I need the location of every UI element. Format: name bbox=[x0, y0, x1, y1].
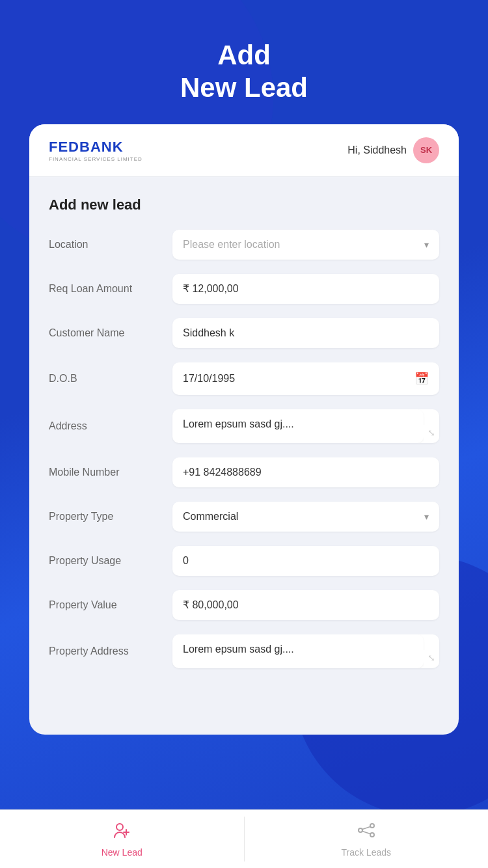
share-network-icon bbox=[357, 821, 376, 845]
label-location: Location bbox=[49, 239, 166, 251]
label-mobile: Mobile Number bbox=[49, 467, 166, 478]
field-address: Address Lorem epsum sasd gj.... ⤡ bbox=[49, 409, 439, 443]
nav-item-new-lead[interactable]: New Lead bbox=[0, 810, 244, 868]
svg-point-5 bbox=[370, 833, 374, 837]
track-leads-label: Track Leads bbox=[341, 847, 391, 858]
field-dob: D.O.B 17/10/1995 📅 bbox=[49, 362, 439, 395]
field-property-type: Property Type Commercial ▾ bbox=[49, 502, 439, 532]
hi-text: Hi, Siddhesh bbox=[347, 144, 407, 156]
dob-value: 17/10/1995 bbox=[183, 373, 235, 385]
svg-point-0 bbox=[116, 824, 123, 830]
dob-input[interactable]: 17/10/1995 📅 bbox=[172, 362, 439, 395]
field-property-usage: Property Usage bbox=[49, 546, 439, 576]
property-usage-input[interactable] bbox=[172, 546, 439, 576]
customer-name-input[interactable] bbox=[172, 318, 439, 348]
svg-line-7 bbox=[362, 832, 370, 834]
new-lead-label: New Lead bbox=[102, 847, 142, 858]
field-mobile: Mobile Number bbox=[49, 457, 439, 487]
page-header: AddNew Lead bbox=[0, 0, 488, 124]
logo-text: FEDBANK bbox=[49, 139, 142, 156]
field-property-address: Property Address Lorem epsum sasd gj....… bbox=[49, 634, 439, 668]
label-property-usage: Property Usage bbox=[49, 555, 166, 567]
resize-icon: ⤡ bbox=[424, 425, 439, 441]
label-property-address: Property Address bbox=[49, 645, 166, 657]
svg-line-6 bbox=[362, 827, 370, 830]
field-loan-amount: Req Loan Amount bbox=[49, 274, 439, 304]
resize-icon-2: ⤡ bbox=[424, 650, 439, 666]
chevron-down-icon: ▾ bbox=[424, 239, 429, 250]
label-address: Address bbox=[49, 420, 166, 432]
label-customer-name: Customer Name bbox=[49, 327, 166, 339]
address-wrapper: Lorem epsum sasd gj.... ⤡ bbox=[172, 409, 439, 443]
property-type-dropdown[interactable]: Commercial ▾ bbox=[172, 502, 439, 532]
field-property-value: Property Value bbox=[49, 590, 439, 620]
mobile-input[interactable] bbox=[172, 457, 439, 487]
property-address-input[interactable]: Lorem epsum sasd gj.... bbox=[172, 634, 424, 668]
label-property-type: Property Type bbox=[49, 511, 166, 522]
field-customer-name: Customer Name bbox=[49, 318, 439, 348]
property-address-wrapper: Lorem epsum sasd gj.... ⤡ bbox=[172, 634, 439, 668]
calendar-icon: 📅 bbox=[414, 372, 429, 386]
person-add-icon bbox=[112, 821, 131, 845]
label-property-value: Property Value bbox=[49, 599, 166, 611]
label-dob: D.O.B bbox=[49, 373, 166, 385]
svg-point-4 bbox=[370, 824, 374, 828]
user-section: Hi, Siddhesh SK bbox=[347, 137, 439, 163]
nav-item-track-leads[interactable]: Track Leads bbox=[245, 810, 489, 868]
label-loan-amount: Req Loan Amount bbox=[49, 283, 166, 295]
logo: FEDBANK FINANCIAL SERVICES LIMITED bbox=[49, 139, 142, 162]
location-dropdown[interactable]: Please enter location ▾ bbox=[172, 230, 439, 260]
main-card: FEDBANK FINANCIAL SERVICES LIMITED Hi, S… bbox=[29, 124, 459, 735]
property-value-input[interactable] bbox=[172, 590, 439, 620]
svg-point-3 bbox=[359, 828, 362, 832]
form-body: Add new lead Location Please enter locat… bbox=[29, 177, 459, 735]
avatar[interactable]: SK bbox=[413, 137, 439, 163]
location-value: Please enter location bbox=[183, 239, 280, 251]
chevron-down-icon-2: ▾ bbox=[424, 511, 429, 522]
logo-sub: FINANCIAL SERVICES LIMITED bbox=[49, 156, 142, 162]
field-location: Location Please enter location ▾ bbox=[49, 230, 439, 260]
address-input[interactable]: Lorem epsum sasd gj.... bbox=[172, 409, 424, 443]
page-title: AddNew Lead bbox=[0, 39, 488, 105]
bottom-nav: New Lead Track Leads bbox=[0, 809, 488, 868]
loan-amount-input[interactable] bbox=[172, 274, 439, 304]
card-header: FEDBANK FINANCIAL SERVICES LIMITED Hi, S… bbox=[29, 124, 459, 177]
property-type-value: Commercial bbox=[183, 511, 238, 522]
section-title: Add new lead bbox=[49, 197, 439, 213]
